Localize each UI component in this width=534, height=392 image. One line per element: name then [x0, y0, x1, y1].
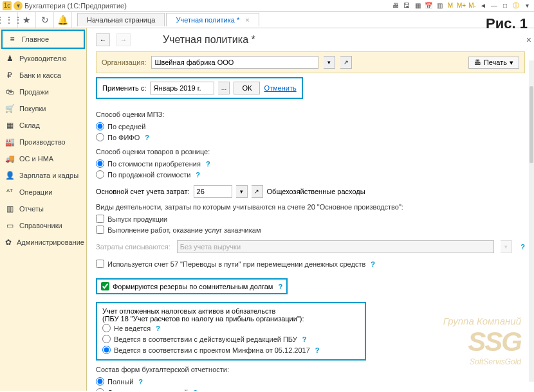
sidebar-item-10[interactable]: ▥Отчеты	[0, 200, 86, 217]
sidebar-icon: ✿	[5, 238, 12, 247]
sidebar-label: Склад	[19, 121, 40, 129]
save-icon[interactable]: 🖫	[402, 1, 411, 10]
sidebar-icon: 🏭	[5, 138, 14, 147]
sidebar-label: Отчеты	[19, 205, 44, 213]
tab-policy[interactable]: Учетная политика * ×	[166, 13, 259, 26]
help-icon[interactable]: ?	[278, 283, 282, 290]
menu-icon[interactable]: ⋮⋮⋮	[0, 12, 18, 28]
forms-small-radio[interactable]: Для малых предприятий?	[96, 387, 525, 391]
org-open-icon[interactable]: ↗	[340, 56, 352, 69]
sidebar-item-0[interactable]: ≡Главное	[1, 30, 85, 49]
retail-cost-radio[interactable]: По стоимости приобретения?	[96, 158, 525, 169]
sidebar-item-2[interactable]: ₽Банк и касса	[0, 67, 86, 84]
sidebar-item-7[interactable]: 🚚ОС и НМА	[0, 150, 86, 167]
sidebar-item-8[interactable]: 👤Зарплата и кадры	[0, 167, 86, 184]
sidebar-icon: ▦	[5, 121, 14, 130]
sidebar-item-11[interactable]: ▭Справочники	[0, 217, 86, 234]
help-icon[interactable]: ?	[302, 335, 307, 343]
account-open-icon[interactable]: ↗	[252, 185, 263, 198]
scrollbar[interactable]	[529, 60, 534, 382]
sidebar-icon: ▥	[5, 204, 14, 213]
transit-check[interactable]: Используется счет 57 "Переводы в пути" п…	[96, 258, 525, 269]
sidebar-icon: ♟	[5, 54, 14, 63]
sidebar-icon: ≡	[8, 35, 17, 44]
org-label: Организация:	[102, 58, 146, 66]
account-input[interactable]	[194, 185, 232, 198]
minimize-icon[interactable]: —	[490, 1, 499, 10]
dropdown-icon[interactable]: ▾	[14, 1, 23, 10]
print-button[interactable]: 🖶 Печать ▾	[468, 57, 519, 69]
titlebar: 1c ▾ Бухгалтерия (1С:Предприятие) 🖶 🖫 ▦ …	[0, 0, 534, 12]
help-icon[interactable]: ?	[520, 243, 525, 251]
sidebar: ≡Главное♟Руководителю₽Банк и касса🛍Прода…	[0, 28, 87, 391]
print-icon[interactable]: 🖶	[391, 1, 400, 10]
org-dropdown-icon[interactable]: ▾	[324, 56, 335, 69]
help-icon[interactable]: ?	[315, 346, 320, 354]
help-icon[interactable]: ?	[206, 160, 210, 168]
apply-date-input[interactable]	[150, 82, 214, 94]
deferred-project-radio[interactable]: Ведется в соответствии с проектом Минфин…	[102, 344, 360, 355]
forms-full-radio[interactable]: Полный?	[96, 376, 525, 387]
back-button[interactable]: ←	[96, 33, 110, 46]
retail-sale-radio[interactable]: По продажной стоимости?	[96, 169, 525, 180]
help-icon[interactable]: ?	[138, 378, 143, 386]
deferred-none-radio[interactable]: Не ведется?	[102, 323, 360, 334]
close-page-icon[interactable]: ×	[526, 35, 531, 45]
history-icon[interactable]: ↻	[36, 12, 54, 28]
content-area: ← → Учетная политика * × Организация: ▾ …	[87, 28, 534, 391]
help-icon[interactable]: ?	[193, 389, 198, 391]
sidebar-item-1[interactable]: ♟Руководителю	[0, 50, 86, 67]
help-icon[interactable]: ?	[371, 260, 375, 268]
tab-close-icon[interactable]: ×	[245, 16, 249, 24]
star-icon[interactable]: ★	[18, 12, 36, 28]
m-icon[interactable]: M	[446, 1, 455, 10]
close-icon[interactable]: ▾	[522, 1, 531, 10]
sidebar-icon: 🛒	[5, 104, 14, 113]
services-check[interactable]: Выполнение работ, оказание услуг заказчи…	[96, 224, 525, 235]
sidebar-item-12[interactable]: ✿Администрирование	[0, 234, 86, 251]
sidebar-label: Зарплата и кадры	[19, 172, 78, 179]
org-input[interactable]	[151, 56, 318, 69]
date-picker-icon[interactable]: …	[218, 82, 230, 94]
help-icon[interactable]: ?	[196, 171, 200, 179]
m-minus-icon[interactable]: M-	[468, 1, 477, 10]
sidebar-item-4[interactable]: 🛒Покупки	[0, 100, 86, 117]
help-icon[interactable]: ?	[145, 134, 149, 141]
activities-group: Виды деятельности, затраты по которым уч…	[96, 203, 525, 235]
sidebar-icon: 👤	[5, 171, 14, 180]
sidebar-item-9[interactable]: ᴬᵀОперации	[0, 184, 86, 200]
production-check[interactable]: Выпуск продукции	[96, 213, 525, 224]
account-row: Основной счет учета затрат: ▾ ↗ Общехозя…	[96, 185, 525, 198]
maximize-icon[interactable]: □	[501, 1, 510, 10]
forward-button[interactable]: →	[116, 33, 131, 46]
grid-icon[interactable]: ▥	[435, 1, 444, 10]
mpz-fifo-radio[interactable]: По ФИФО?	[96, 132, 525, 143]
calc-icon[interactable]: ▦	[413, 1, 422, 10]
sidebar-item-6[interactable]: 🏭Производство	[0, 134, 86, 150]
ok-button[interactable]: ОК	[234, 82, 260, 94]
sidebar-item-3[interactable]: 🛍Продажи	[0, 84, 86, 100]
reserves-highlight: Формируются резервы по сомнительным долг…	[96, 278, 288, 294]
tab-home[interactable]: Начальная страница	[77, 13, 165, 26]
sidebar-icon: 🛍	[5, 87, 14, 96]
scrollbar-thumb[interactable]	[529, 86, 533, 163]
activities-title: Виды деятельности, затраты по которым уч…	[96, 203, 525, 211]
back-icon[interactable]: ◄	[479, 1, 488, 10]
reserves-check[interactable]	[101, 282, 109, 290]
account-dropdown-icon[interactable]: ▾	[236, 185, 248, 198]
help-icon[interactable]: ?	[156, 325, 160, 332]
help-icon[interactable]: ⓘ	[511, 1, 520, 10]
forms-group: Состав форм бухгалтерской отчетности: По…	[96, 366, 525, 391]
m-plus-icon[interactable]: M+	[457, 1, 466, 10]
cancel-link[interactable]: Отменить	[264, 84, 296, 92]
reserves-label: Формируются резервы по сомнительным долг…	[113, 283, 273, 290]
sidebar-item-5[interactable]: ▦Склад	[0, 117, 86, 134]
deferred-current-radio[interactable]: Ведется в соответствии с действующей ред…	[102, 334, 360, 344]
retail-title: Способ оценки товаров в рознице:	[96, 148, 525, 156]
mpz-avg-radio[interactable]: По средней	[96, 121, 525, 132]
calendar-icon[interactable]: 📅	[424, 1, 433, 10]
sidebar-label: Банк и касса	[19, 71, 61, 79]
account-label: Основной счет учета затрат:	[96, 188, 190, 195]
sidebar-icon: ▭	[5, 221, 14, 230]
bell-icon[interactable]: 🔔	[54, 12, 72, 28]
